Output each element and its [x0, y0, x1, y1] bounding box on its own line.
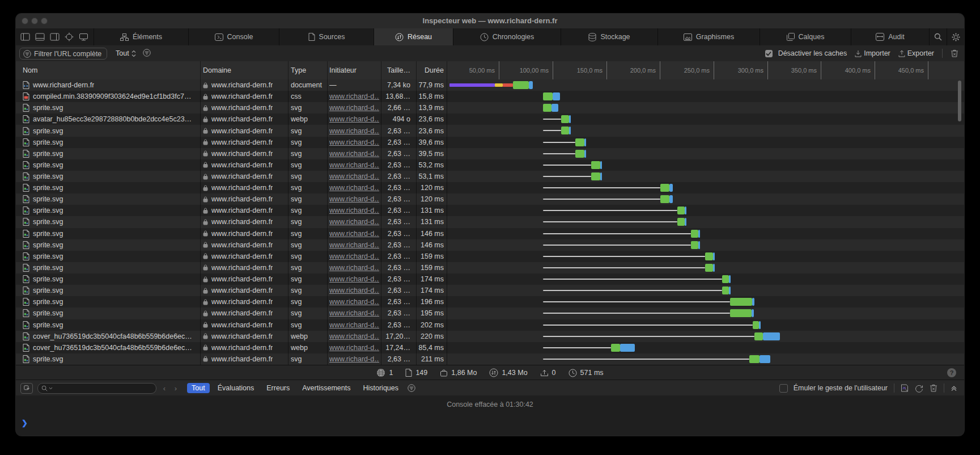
table-row[interactable]: sprite.svgwww.richard-dern.frsvgwww.rich…	[16, 205, 964, 216]
table-row[interactable]: sprite.svgwww.richard-dern.frsvgwww.rich…	[16, 125, 964, 136]
column-header-nom[interactable]: Nom	[23, 61, 193, 79]
initiator-link[interactable]: www.richard-d…	[329, 127, 379, 135]
clear-console-button[interactable]	[930, 384, 937, 392]
initiator-link[interactable]: www.richard-d…	[329, 207, 379, 214]
tab-graphismes[interactable]: Graphismes	[657, 28, 760, 45]
execution-context-button[interactable]	[20, 383, 33, 394]
search-button[interactable]	[929, 28, 947, 45]
table-row[interactable]: compiled.min.38390909f303624ed9e1cf1bd3f…	[16, 91, 964, 102]
dock-right-icon[interactable]	[50, 33, 60, 41]
console-prompt-area[interactable]: ❯	[16, 414, 964, 436]
console-filter-avertissements[interactable]: Avertissements	[298, 383, 355, 393]
initiator-link[interactable]: www.richard-d…	[329, 275, 379, 283]
column-separator[interactable]	[288, 61, 289, 79]
initiator-link[interactable]: www.richard-d…	[329, 150, 379, 158]
url-filter-button[interactable]: Filtrer l'URL complète	[19, 48, 107, 60]
table-row[interactable]: sprite.svgwww.richard-dern.frsvgwww.rich…	[16, 102, 964, 113]
dock-bottom-icon[interactable]	[35, 33, 45, 41]
initiator-link[interactable]: www.richard-d…	[329, 138, 379, 146]
table-row[interactable]: sprite.svgwww.richard-dern.frsvgwww.rich…	[16, 182, 964, 193]
tab-chronologies[interactable]: Chronologies	[453, 28, 561, 45]
table-row[interactable]: sprite.svgwww.richard-dern.frsvgwww.rich…	[16, 307, 964, 319]
table-row[interactable]: sprite.svgwww.richard-dern.frsvgwww.rich…	[16, 159, 964, 171]
initiator-link[interactable]: www.richard-d…	[329, 355, 379, 363]
initiator-link[interactable]: www.richard-d…	[329, 344, 379, 352]
initiator-link[interactable]: www.richard-d…	[329, 298, 379, 306]
column-separator[interactable]	[447, 61, 447, 79]
tab-reseau[interactable]: Réseau	[374, 28, 453, 45]
column-header-type[interactable]: Type	[291, 61, 325, 79]
initiator-link[interactable]: www.richard-d…	[329, 172, 379, 180]
initiator-link[interactable]: www.richard-d…	[329, 332, 379, 340]
console-filter-evaluations[interactable]: Évaluations	[213, 383, 259, 393]
initiator-link[interactable]: www.richard-d…	[329, 309, 379, 317]
expand-console-button[interactable]	[951, 385, 957, 391]
tab-sources[interactable]: Sources	[279, 28, 374, 45]
initiator-link[interactable]: www.richard-d…	[329, 104, 379, 112]
table-row[interactable]: sprite.svgwww.richard-dern.frsvgwww.rich…	[16, 239, 964, 251]
column-header-domaine[interactable]: Domaine	[203, 61, 286, 79]
tab-calques[interactable]: Calques	[760, 28, 851, 45]
initiator-link[interactable]: www.richard-d…	[329, 230, 379, 238]
export-button[interactable]: Exporter	[898, 49, 934, 57]
table-row[interactable]: sprite.svgwww.richard-dern.frsvgwww.rich…	[16, 171, 964, 182]
gear-button[interactable]	[947, 28, 964, 45]
console-filter-historiques[interactable]: Historiques	[358, 383, 403, 393]
initiator-link[interactable]: www.richard-d…	[329, 161, 379, 169]
console-search-input[interactable]	[37, 383, 156, 394]
column-separator[interactable]	[200, 61, 201, 79]
initiator-link[interactable]: www.richard-d…	[329, 115, 379, 123]
table-row[interactable]: sprite.svgwww.richard-dern.frsvgwww.rich…	[16, 148, 964, 159]
console-filter-button[interactable]	[408, 384, 415, 392]
help-button[interactable]: ?	[947, 368, 956, 377]
vertical-scrollbar[interactable]	[958, 81, 961, 121]
resource-type-select[interactable]: Tout	[116, 48, 136, 59]
console-filter-tout[interactable]: Tout	[187, 383, 210, 393]
table-row[interactable]: sprite.svgwww.richard-dern.frsvgwww.rich…	[16, 228, 964, 239]
initiator-link[interactable]: www.richard-d…	[329, 195, 379, 203]
console-filter-erreurs[interactable]: Erreurs	[262, 383, 294, 393]
initiator-link[interactable]: www.richard-d…	[329, 321, 379, 329]
tab-audit[interactable]: Audit	[851, 28, 929, 45]
column-header-initiateur[interactable]: Initiateur	[329, 61, 379, 79]
tab-stockage[interactable]: Stockage	[561, 28, 657, 45]
next-result-button[interactable]: ›	[172, 384, 179, 393]
table-row[interactable]: sprite.svgwww.richard-dern.frsvgwww.rich…	[16, 216, 964, 228]
disable-caches-checkbox[interactable]: Désactiver les caches	[765, 49, 847, 57]
initiator-link[interactable]: www.richard-d…	[329, 252, 379, 260]
device-icon[interactable]	[79, 33, 88, 41]
table-row[interactable]: sprite.svgwww.richard-dern.frsvgwww.rich…	[16, 353, 964, 365]
previous-result-button[interactable]: ‹	[161, 384, 168, 393]
table-row[interactable]: cover_hu736519dc3b5040cfa48b6b559b6de6ec…	[16, 342, 964, 353]
table-row[interactable]: sprite.svgwww.richard-dern.frsvgwww.rich…	[16, 273, 964, 285]
show-scripts-button[interactable]: JS	[901, 384, 909, 392]
clear-network-button[interactable]	[951, 49, 958, 57]
column-separator[interactable]	[381, 61, 381, 79]
emulate-user-gesture-checkbox[interactable]: Émuler le geste de l'utilisateur	[779, 384, 888, 393]
initiator-link[interactable]: www.richard-d…	[329, 264, 379, 272]
column-separator[interactable]	[327, 61, 328, 79]
table-row[interactable]: avatar_hu85ecc3e298728880b0bde2dcc4e5c23…	[16, 113, 964, 125]
table-row[interactable]: sprite.svgwww.richard-dern.frsvgwww.rich…	[16, 296, 964, 307]
initiator-link[interactable]: www.richard-d…	[329, 241, 379, 249]
dock-left-icon[interactable]	[20, 33, 30, 41]
column-header-dure[interactable]: Durée	[413, 61, 444, 79]
table-row[interactable]: sprite.svgwww.richard-dern.frsvgwww.rich…	[16, 137, 964, 148]
tab-elements[interactable]: Éléments	[94, 28, 188, 45]
initiator-link[interactable]: www.richard-d…	[329, 92, 379, 100]
table-row[interactable]: sprite.svgwww.richard-dern.frsvgwww.rich…	[16, 262, 964, 273]
table-row[interactable]: sprite.svgwww.richard-dern.frsvgwww.rich…	[16, 193, 964, 205]
table-row[interactable]: www.richard-dern.frwww.richard-dern.frdo…	[16, 79, 964, 91]
column-separator[interactable]	[416, 61, 417, 79]
table-row[interactable]: sprite.svgwww.richard-dern.frsvgwww.rich…	[16, 285, 964, 296]
reload-page-button[interactable]	[915, 384, 923, 393]
column-header-taille[interactable]: Taille…	[383, 61, 410, 79]
table-row[interactable]: sprite.svgwww.richard-dern.frsvgwww.rich…	[16, 251, 964, 262]
initiator-link[interactable]: www.richard-d…	[329, 218, 379, 226]
filter-options-button[interactable]	[143, 49, 151, 57]
initiator-link[interactable]: www.richard-d…	[329, 287, 379, 294]
inspect-target-icon[interactable]	[65, 32, 74, 41]
table-row[interactable]: sprite.svgwww.richard-dern.frsvgwww.rich…	[16, 319, 964, 331]
initiator-link[interactable]: www.richard-d…	[329, 184, 379, 192]
tab-console[interactable]: Console	[188, 28, 279, 45]
